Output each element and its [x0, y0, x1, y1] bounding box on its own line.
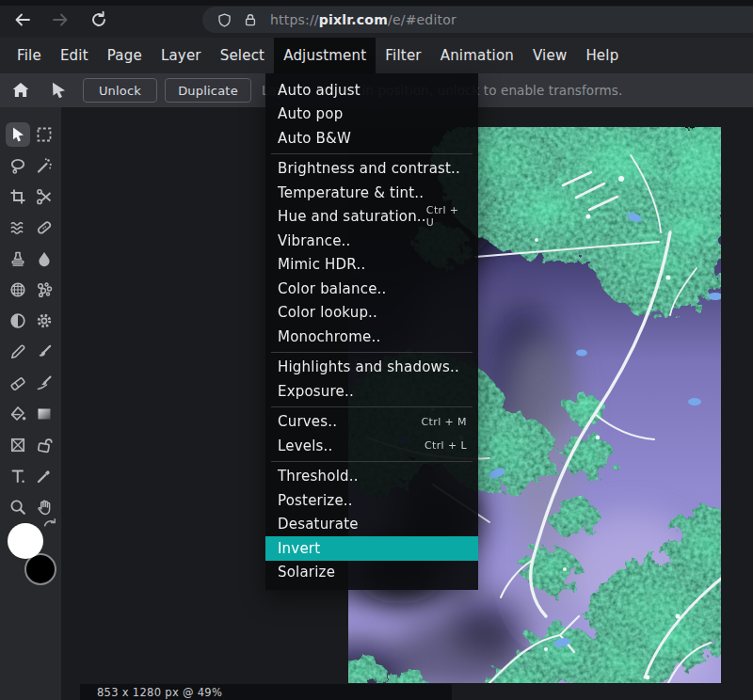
menu-item-label: Invert [278, 540, 467, 557]
menu-item-label: Auto adjust [278, 82, 467, 99]
disperse-dots-icon[interactable] [32, 278, 56, 302]
heal-bandage-icon[interactable] [32, 215, 56, 240]
menu-item-animation[interactable]: Animation [431, 38, 523, 73]
menu-item-view[interactable]: View [523, 38, 576, 73]
menu-item-vibrance[interactable]: Vibrance.. [265, 229, 478, 253]
menu-item-brightness-and-contrast[interactable]: Brightness and contrast.. [265, 157, 478, 182]
pencil-icon[interactable] [6, 340, 30, 364]
menu-item-adjustment[interactable]: Adjustment [274, 38, 376, 73]
home-icon[interactable] [8, 78, 33, 103]
shield-icon[interactable] [214, 9, 234, 30]
menu-item-solarize[interactable]: Solarize [265, 561, 478, 585]
gradient-icon[interactable] [32, 402, 56, 426]
fill-bucket-icon[interactable] [6, 402, 30, 426]
window-edge [0, 0, 753, 6]
adjustment-dropdown-menu: Auto adjustAuto popAuto B&WBrightness an… [265, 73, 478, 590]
arrange-cursor-icon[interactable] [6, 122, 30, 147]
menu-item-label: Posterize.. [278, 492, 467, 509]
pixelate-globe-icon[interactable] [6, 278, 30, 302]
menu-item-label: Curves.. [278, 413, 422, 430]
pointer-icon[interactable] [46, 78, 71, 103]
menu-item-desaturate[interactable]: Desaturate [265, 513, 478, 537]
marquee-icon[interactable] [32, 122, 56, 147]
eraser-icon[interactable] [6, 371, 30, 395]
menu-item-help[interactable]: Help [576, 38, 628, 73]
menu-item-select[interactable]: Select [211, 38, 274, 73]
menu-item-invert[interactable]: Invert [265, 536, 478, 561]
text-icon[interactable] [6, 464, 30, 488]
menu-item-temperature-tint[interactable]: Temperature & tint.. [265, 181, 478, 205]
cutout-scissors-icon[interactable] [32, 184, 56, 209]
foreground-color-swatch[interactable] [8, 523, 43, 559]
menu-item-hue-and-saturation[interactable]: Hue and saturation..Ctrl + U [265, 205, 478, 230]
menu-item-levels[interactable]: Levels..Ctrl + L [265, 434, 478, 458]
ink-brush-icon[interactable] [32, 371, 56, 395]
menu-item-color-balance[interactable]: Color balance.. [265, 277, 478, 301]
browser-bar: https://pixlr.com/e/#editor [0, 0, 753, 38]
menu-item-shortcut: Ctrl + L [425, 439, 467, 452]
menu-item-label: Threshold.. [278, 468, 467, 485]
menu-bar: FileEditPageLayerSelectAdjustmentFilterA… [0, 38, 753, 73]
sharpen-gear-icon[interactable] [32, 309, 56, 333]
unlock-button[interactable]: Unlock [83, 78, 157, 103]
menu-item-label: Highlights and shadows.. [278, 358, 467, 375]
dodge-burn-icon[interactable] [6, 309, 30, 333]
menu-item-label: Hue and saturation.. [278, 208, 426, 225]
crop-icon[interactable] [6, 184, 30, 209]
swap-colors-icon[interactable] [41, 516, 58, 533]
zoom-magnifier-icon[interactable] [6, 495, 30, 519]
menu-item-label: Temperature & tint.. [278, 184, 467, 201]
wand-icon[interactable] [32, 153, 56, 178]
tool-sidebar [0, 107, 61, 700]
menu-item-label: Auto pop [278, 105, 467, 122]
draw-brush-icon[interactable] [32, 340, 56, 364]
menu-item-label: Monochrome.. [278, 328, 467, 345]
menu-item-auto-b-w[interactable]: Auto B&W [265, 126, 478, 151]
pixlr-editor-window: https://pixlr.com/e/#editor FileEditPage… [0, 0, 753, 700]
menu-item-threshold[interactable]: Threshold.. [265, 465, 478, 489]
menu-item-label: Color balance.. [278, 280, 467, 297]
menu-divider [271, 461, 473, 462]
duplicate-button[interactable]: Duplicate [165, 78, 251, 103]
frame-icon[interactable] [6, 433, 30, 457]
menu-item-highlights-and-shadows[interactable]: Highlights and shadows.. [265, 356, 478, 380]
lasso-icon[interactable] [6, 153, 30, 178]
blur-drop-icon[interactable] [32, 247, 56, 271]
color-picker-icon[interactable] [32, 464, 56, 488]
clone-stamp-icon[interactable] [6, 247, 30, 271]
menu-item-auto-adjust[interactable]: Auto adjust [265, 78, 478, 103]
menu-item-color-lookup[interactable]: Color lookup.. [265, 301, 478, 326]
menu-item-posterize[interactable]: Posterize.. [265, 488, 478, 513]
menu-item-layer[interactable]: Layer [152, 38, 211, 73]
menu-item-mimic-hdr[interactable]: Mimic HDR.. [265, 253, 478, 278]
reload-icon[interactable] [87, 8, 111, 32]
menu-item-curves[interactable]: Curves..Ctrl + M [265, 410, 478, 435]
lock-icon[interactable] [240, 9, 261, 30]
menu-divider [271, 153, 473, 154]
menu-item-label: Solarize [278, 564, 467, 581]
menu-item-filter[interactable]: Filter [376, 38, 430, 73]
canvas-size-zoom: 853 x 1280 px @ 49% [97, 686, 222, 699]
menu-item-label: Color lookup.. [278, 304, 467, 321]
color-swatches [0, 519, 61, 604]
forward-icon[interactable] [48, 8, 72, 32]
menu-item-page[interactable]: Page [98, 38, 152, 73]
menu-divider [271, 352, 473, 353]
menu-item-exposure[interactable]: Exposure.. [265, 379, 478, 404]
menu-item-edit[interactable]: Edit [51, 38, 98, 73]
menu-divider [271, 406, 473, 407]
menu-item-auto-pop[interactable]: Auto pop [265, 103, 478, 127]
menu-item-shortcut: Ctrl + M [422, 416, 467, 428]
back-icon[interactable] [10, 8, 35, 32]
liquify-icon[interactable] [6, 215, 30, 240]
menu-item-label: Exposure.. [278, 383, 467, 400]
menu-item-label: Vibrance.. [278, 232, 467, 249]
menu-item-shortcut: Ctrl + U [426, 204, 467, 229]
menu-item-label: Desaturate [278, 516, 467, 533]
menu-item-label: Levels.. [278, 438, 425, 454]
canvas-status-strip: 853 x 1280 px @ 49% [80, 684, 452, 700]
menu-item-file[interactable]: File [8, 38, 51, 73]
address-bar[interactable]: https://pixlr.com/e/#editor [202, 7, 753, 33]
lock-shape-icon[interactable] [32, 433, 56, 457]
menu-item-monochrome[interactable]: Monochrome.. [265, 325, 478, 349]
